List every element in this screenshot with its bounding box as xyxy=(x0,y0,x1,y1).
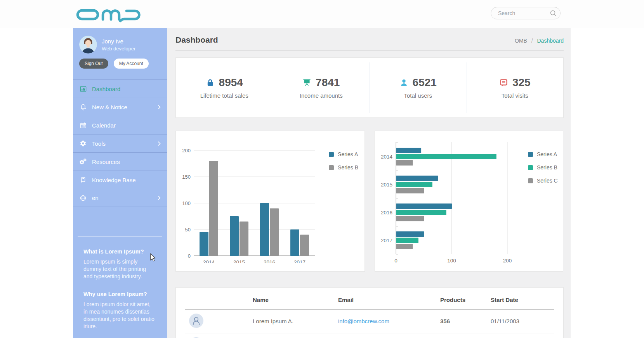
legend-item: Series B xyxy=(329,164,358,171)
breadcrumb-separator: / xyxy=(531,38,533,44)
gears-icon xyxy=(79,158,87,166)
name-cell: Lorem Ipsum B . xyxy=(253,333,338,338)
users-table-card: Name Email Products Start Date xyxy=(175,287,564,338)
svg-text:2017: 2017 xyxy=(381,238,392,243)
bars xyxy=(396,148,496,249)
legend-item: Series A xyxy=(528,151,557,157)
stats-card: 8954 Lifetime total sales 7841 Income am… xyxy=(175,57,564,118)
svg-text:2015: 2015 xyxy=(381,182,392,188)
person-avatar-icon xyxy=(189,322,203,329)
svg-text:200: 200 xyxy=(182,148,191,153)
sidebar-nav: Dashboard New & Notice xyxy=(73,79,167,207)
svg-text:2016: 2016 xyxy=(264,259,275,263)
stat-value: 325 xyxy=(512,76,531,89)
vertical-bar-chart: 0501001502002014201520162017 xyxy=(182,137,317,263)
name-column-header: Name xyxy=(253,291,338,309)
chevron-right-icon xyxy=(158,141,161,146)
info-title: Why use Lorem Ipsum? xyxy=(83,291,159,297)
breadcrumb-current[interactable]: Dashboard xyxy=(537,38,564,44)
sidebar-item-tools[interactable]: Tools xyxy=(73,134,167,152)
my-account-button[interactable]: My Account xyxy=(114,59,149,69)
sidebar-item-knowledge-base[interactable]: Knowledge Base xyxy=(73,171,167,189)
svg-text:2017: 2017 xyxy=(294,259,306,263)
svg-text:100: 100 xyxy=(447,258,456,263)
sidebar-item-label: Resources xyxy=(92,159,120,165)
chevron-right-icon xyxy=(158,195,161,200)
mouse-cursor xyxy=(149,253,156,263)
sidebar-divider xyxy=(78,236,162,237)
table-row[interactable]: Lorem Ipsum A. info@ombcrew.com 356 01/1… xyxy=(185,309,554,333)
bar-Series B-2014 xyxy=(396,154,496,159)
search-icon[interactable] xyxy=(550,10,557,18)
svg-text:0: 0 xyxy=(188,253,191,259)
table-header-row: Name Email Products Start Date xyxy=(185,291,554,309)
stat-total-visits: 325 Total visits xyxy=(467,58,564,117)
bar-Series A-2014 xyxy=(200,232,208,256)
legend-swatch xyxy=(329,152,334,157)
gear-icon xyxy=(79,140,87,147)
breadcrumb-root[interactable]: OMB xyxy=(515,38,527,44)
search-input[interactable] xyxy=(498,8,547,19)
start-date-cell: 01/11/2003 xyxy=(491,309,554,333)
products-column-header: Products xyxy=(440,291,491,309)
bar-Series A-2017 xyxy=(290,229,299,256)
sidebar-item-new-notice[interactable]: New & Notice xyxy=(73,98,167,116)
sidebar-item-language[interactable]: en xyxy=(73,189,167,207)
user-role: Web developer xyxy=(102,46,135,52)
table-row[interactable]: Lorem Ipsum B . info@ombcrew.com 568 01/… xyxy=(185,333,554,338)
bar-Series B-2015 xyxy=(396,182,432,187)
omb-logo[interactable] xyxy=(76,6,142,25)
legend-swatch xyxy=(528,165,533,170)
bar-Series B-2014 xyxy=(209,161,218,256)
avatar[interactable] xyxy=(79,36,97,53)
svg-text:150: 150 xyxy=(182,174,191,180)
sidebar-item-dashboard[interactable]: Dashboard xyxy=(73,79,167,98)
legend-swatch xyxy=(528,152,533,157)
stat-label: Income amounts xyxy=(300,92,343,99)
user-profile: Jony Ive Web developer Sign Out My Accou… xyxy=(73,28,167,79)
email-column-header: Email xyxy=(338,291,440,309)
sidebar-item-label: Tools xyxy=(92,140,106,147)
bar-Series C-2017 xyxy=(396,244,413,249)
stat-label: Total users xyxy=(404,92,432,99)
stat-label: Total visits xyxy=(502,92,528,99)
stat-total-users: 6521 Total users xyxy=(370,58,467,117)
sidebar-item-label: Calendar xyxy=(92,122,116,129)
title-divider xyxy=(175,50,564,51)
sidebar-item-resources[interactable]: Resources xyxy=(73,152,167,171)
main-content: Dashboard OMB / Dashboard 8954 Lifetime … xyxy=(167,28,571,338)
sign-out-button[interactable]: Sign Out xyxy=(79,59,108,69)
info-text: Lorem Ipsum is simply dummy text of the … xyxy=(83,258,156,280)
stat-value: 8954 xyxy=(219,76,243,89)
stat-lifetime-total-sales: 8954 Lifetime total sales xyxy=(176,58,273,117)
lock-icon xyxy=(206,78,215,87)
bar-Series A-2016 xyxy=(396,203,452,209)
legend-label: Series C xyxy=(537,178,558,184)
sidebar-item-calendar[interactable]: Calendar xyxy=(73,116,167,134)
start-date-column-header: Start Date xyxy=(491,291,554,309)
calendar-icon xyxy=(79,121,87,129)
bar-Series B-2017 xyxy=(300,235,309,256)
bar-chart-icon xyxy=(79,85,87,93)
info-text: Lorem ipsum dolor sit amet, in mea nonum… xyxy=(83,301,156,330)
svg-text:2016: 2016 xyxy=(381,210,392,216)
horizontal-bar-chart: 01002002014201520162017 xyxy=(381,137,523,263)
legend-label: Series A xyxy=(338,151,358,157)
sidebar: Jony Ive Web developer Sign Out My Accou… xyxy=(73,28,167,338)
bar-Series A-2017 xyxy=(396,231,424,237)
legend-swatch xyxy=(528,178,533,183)
email-link[interactable]: info@ombcrew.com xyxy=(338,318,389,324)
svg-text:2014: 2014 xyxy=(381,154,392,160)
bar-Series B-2017 xyxy=(396,238,418,243)
bell-icon xyxy=(79,103,87,111)
svg-text:2014: 2014 xyxy=(203,259,215,263)
legend-item: Series C xyxy=(528,178,557,184)
bar-Series B-2016 xyxy=(270,209,279,256)
bar-Series B-2016 xyxy=(396,210,446,215)
legend-item: Series A xyxy=(329,151,358,157)
products-cell: 568 xyxy=(440,333,491,338)
chevron-right-icon xyxy=(158,105,161,110)
top-header xyxy=(0,0,644,28)
book-icon xyxy=(79,176,87,184)
sidebar-item-label: en xyxy=(92,195,99,201)
